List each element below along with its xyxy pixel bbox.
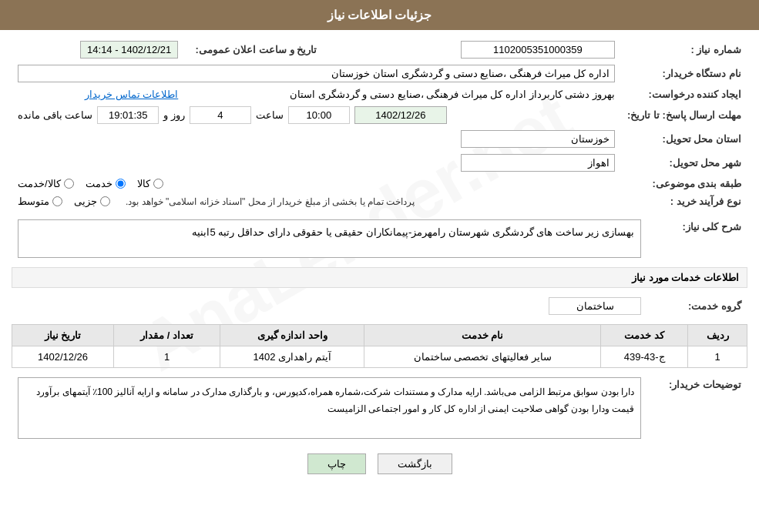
table-row: 1ج-43-439سایر فعالیتهای تخصصی ساختمانآیت…	[12, 346, 747, 368]
buyer-org-value: اداره کل میراث فرهنگی ،صنایع دستی و گردش…	[18, 65, 615, 82]
radio-jozvi-label: جزیی	[74, 196, 97, 207]
cell-name: سایر فعالیتهای تخصصی ساختمان	[364, 346, 601, 368]
buyer-notes-label: توضیحات خریدار:	[647, 374, 747, 442]
col-date: تاریخ نیاز	[12, 325, 114, 346]
back-button[interactable]: بازگشت	[378, 453, 452, 474]
city-label: شهر محل تحویل:	[621, 151, 747, 175]
radio-kala-khadamat-label: کالا/خدمت	[18, 178, 61, 189]
service-group-label: گروه خدمت:	[647, 294, 747, 318]
days-label: روز و	[163, 109, 185, 121]
radio-motavaset[interactable]: متوسط	[18, 196, 62, 207]
time-value: 10:00	[288, 106, 350, 124]
radio-jozvi[interactable]: جزیی	[74, 196, 110, 207]
announce-value: 1402/12/21 - 14:14	[80, 41, 178, 59]
page-header: جزئیات اطلاعات نیاز	[0, 0, 759, 30]
date-value: 1402/12/26	[354, 106, 447, 124]
radio-kala[interactable]: کالا	[137, 178, 163, 189]
radio-kala-label: کالا	[137, 178, 150, 189]
days-value: 4	[190, 106, 251, 124]
col-row-num: ردیف	[688, 325, 747, 346]
time-label: ساعت	[256, 109, 284, 121]
contact-link[interactable]: اطلاعات تماس خریدار	[85, 89, 178, 100]
cell-date: 1402/12/26	[12, 346, 114, 368]
col-quantity: تعداد / مقدار	[114, 325, 220, 346]
radio-khadamat[interactable]: خدمت	[86, 178, 126, 189]
need-desc-value: بهسازی زیر ساخت های گردشگری شهرستان رامه…	[18, 219, 641, 258]
services-table: ردیف کد خدمت نام خدمت واحد اندازه گیری ت…	[12, 324, 747, 368]
province-value: خوزستان	[461, 130, 615, 148]
radio-kala-khadamat[interactable]: کالا/خدمت	[18, 178, 74, 189]
cell-row_num: 1	[688, 346, 747, 368]
services-section-title: اطلاعات خدمات مورد نیاز	[12, 267, 747, 288]
province-label: استان محل تحویل:	[621, 127, 747, 151]
cell-quantity: 1	[114, 346, 220, 368]
radio-khadamat-label: خدمت	[86, 178, 113, 189]
page-title: جزئیات اطلاعات نیاز	[327, 8, 432, 22]
buyer-notes-value: دارا بودن سوابق مرتبط الزامی می‌باشد. ار…	[18, 377, 641, 439]
cell-unit: آیتم راهداری 1402	[220, 346, 364, 368]
buyer-org-label: نام دستگاه خریدار:	[621, 62, 747, 85]
radio-kala-input[interactable]	[153, 179, 163, 189]
city-value: اهواز	[461, 154, 615, 172]
purchase-type-label: نوع فرآیند خرید :	[621, 192, 747, 210]
radio-khadamat-input[interactable]	[116, 179, 126, 189]
category-label: طبقه بندی موضوعی:	[621, 175, 747, 192]
print-button[interactable]: چاپ	[307, 453, 366, 474]
col-unit: واحد اندازه گیری	[220, 325, 364, 346]
radio-kala-khadamat-input[interactable]	[64, 179, 74, 189]
service-group-value: ساختمان	[549, 297, 641, 315]
creator-value: بهروز دشتی کاربرداز اداره کل میراث فرهنگ…	[290, 89, 615, 100]
announce-label: تاریخ و ساعت اعلان عمومی:	[184, 38, 323, 62]
radio-jozvi-input[interactable]	[100, 196, 110, 206]
creator-label: ایجاد کننده درخواست:	[621, 85, 747, 103]
need-desc-label: شرح کلی نیاز:	[647, 216, 747, 261]
radio-motavaset-label: متوسط	[18, 196, 49, 207]
need-number-label: شماره نیاز :	[621, 38, 747, 62]
cell-code: ج-43-439	[600, 346, 687, 368]
radio-motavaset-input[interactable]	[52, 196, 62, 206]
col-name: نام خدمت	[364, 325, 601, 346]
button-row: بازگشت چاپ	[12, 453, 747, 474]
remaining-label: ساعت باقی مانده	[18, 109, 92, 121]
col-code: کد خدمت	[600, 325, 687, 346]
need-number-value: 1102005351000359	[461, 41, 615, 59]
deadline-label: مهلت ارسال پاسخ: تا تاریخ:	[621, 103, 747, 127]
remaining-value: 19:01:35	[97, 106, 159, 124]
purchase-note: پرداخت تمام یا بخشی از مبلغ خریدار از مح…	[126, 196, 415, 207]
